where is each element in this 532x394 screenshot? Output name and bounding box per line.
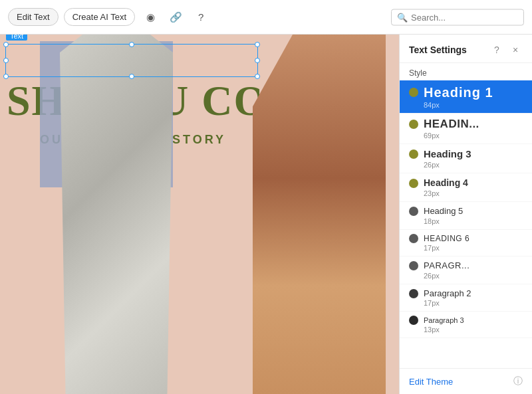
style-name-label: Paragraph 3 — [424, 316, 464, 325]
panel-header: Text Settings ? × — [400, 35, 532, 63]
handle-top-middle[interactable] — [129, 42, 134, 47]
style-item-row: Heading 3 — [409, 148, 523, 160]
handle-bottom-left[interactable] — [3, 74, 9, 79]
style-item-row: PARAGR... — [409, 260, 523, 271]
question-icon: ? — [198, 11, 203, 23]
style-size-label: 69px — [409, 132, 523, 140]
panel-header-icons: ? × — [489, 43, 523, 57]
style-name-label: Heading 6 — [424, 234, 469, 243]
canvas-area[interactable]: Text SHUSHU COSM OUR BRANDING STORY — [0, 35, 399, 394]
style-item-row: Heading 4 — [409, 177, 523, 189]
handle-bottom-middle[interactable] — [129, 74, 134, 79]
style-size-label: 26px — [409, 272, 523, 280]
style-color-dot — [409, 120, 418, 129]
style-item-p1[interactable]: PARAGR...26px — [400, 256, 532, 284]
style-size-label: 17px — [409, 244, 523, 252]
style-item-row: Heading 5 — [409, 206, 523, 217]
style-name-label: Paragraph 2 — [424, 288, 471, 299]
style-item-h3[interactable]: Heading 326px — [400, 144, 532, 173]
style-item-p2[interactable]: Paragraph 217px — [400, 284, 532, 312]
eye-icon: ◉ — [146, 11, 155, 23]
help-icon-button[interactable]: ? — [191, 7, 211, 27]
panel-help-button[interactable]: ? — [489, 43, 504, 57]
handle-bottom-right[interactable] — [255, 74, 260, 79]
statue-image — [60, 35, 173, 394]
style-item-h6[interactable]: Heading 617px — [400, 230, 532, 256]
style-item-row: Heading 6 — [409, 234, 523, 243]
style-item-row: HEADIN... — [409, 118, 523, 131]
search-input[interactable] — [411, 12, 518, 22]
create-ai-text-button[interactable]: Create AI Text — [64, 8, 135, 26]
element-type-label: Text — [6, 35, 27, 41]
style-name-label: HEADIN... — [424, 118, 479, 131]
style-item-h2[interactable]: HEADIN...69px — [400, 114, 532, 144]
style-item-h1[interactable]: Heading 184px — [400, 80, 532, 114]
search-icon: 🔍 — [397, 12, 408, 22]
style-color-dot — [409, 179, 418, 188]
style-color-dot — [409, 88, 418, 97]
style-name-label: Heading 1 — [424, 84, 493, 100]
toolbar: Edit Text Create AI Text ◉ 🔗 ? 🔍 — [0, 0, 532, 35]
info-icon[interactable]: ⓘ — [513, 375, 523, 387]
preview-icon-button[interactable]: ◉ — [140, 7, 160, 27]
style-color-dot — [409, 261, 418, 270]
style-item-row: Heading 1 — [409, 84, 523, 100]
style-item-h5[interactable]: Heading 518px — [400, 202, 532, 230]
style-item-h4[interactable]: Heading 423px — [400, 173, 532, 202]
style-name-label: Heading 4 — [424, 177, 468, 189]
link-icon: 🔗 — [170, 11, 182, 23]
link-icon-button[interactable]: 🔗 — [166, 7, 186, 27]
panel-close-button[interactable]: × — [508, 43, 523, 57]
style-color-dot — [409, 149, 418, 159]
edit-theme-link[interactable]: Edit Theme — [409, 377, 453, 387]
handle-top-right[interactable] — [255, 42, 260, 47]
panel-title: Text Settings — [409, 45, 467, 55]
style-color-dot — [409, 289, 418, 298]
style-name-label: PARAGR... — [424, 260, 469, 271]
handle-middle-left[interactable] — [3, 58, 9, 63]
style-color-dot — [409, 207, 418, 216]
style-size-label: 23px — [409, 189, 523, 197]
edit-text-button[interactable]: Edit Text — [8, 8, 59, 26]
style-size-label: 18px — [409, 217, 523, 225]
style-section-label: Style — [400, 63, 532, 80]
panel-footer: Edit Theme ⓘ — [400, 368, 532, 394]
style-size-label: 26px — [409, 161, 523, 169]
style-name-label: Heading 5 — [424, 206, 463, 217]
handle-top-left[interactable] — [3, 42, 9, 47]
selection-box: Text — [5, 44, 258, 77]
text-settings-panel: Text Settings ? × Style Heading 184pxHEA… — [399, 35, 532, 394]
style-item-row: Paragraph 2 — [409, 288, 523, 299]
style-color-dot — [409, 234, 418, 243]
style-item-p3[interactable]: Paragraph 313px — [400, 312, 532, 338]
handle-middle-right[interactable] — [255, 58, 260, 63]
style-item-row: Paragraph 3 — [409, 316, 523, 325]
style-size-label: 13px — [409, 326, 523, 334]
style-name-label: Heading 3 — [424, 148, 471, 160]
person-image — [253, 35, 386, 394]
style-list: Heading 184pxHEADIN...69pxHeading 326pxH… — [400, 80, 532, 368]
style-size-label: 84px — [409, 101, 523, 109]
style-size-label: 17px — [409, 299, 523, 307]
main-area: Text SHUSHU COSM OUR BRANDING STORY Text… — [0, 35, 532, 394]
search-box: 🔍 — [391, 9, 524, 25]
style-color-dot — [409, 316, 418, 325]
